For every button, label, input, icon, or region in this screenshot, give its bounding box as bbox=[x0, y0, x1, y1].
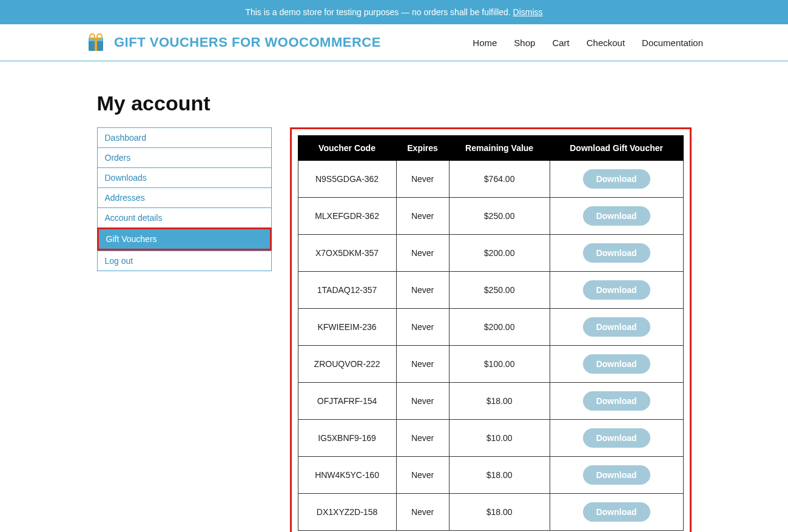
expires-cell: Never bbox=[396, 383, 449, 420]
download-button[interactable]: Download bbox=[583, 354, 650, 374]
expires-cell: Never bbox=[396, 346, 449, 383]
col-voucher-code: Voucher Code bbox=[298, 136, 396, 161]
download-button[interactable]: Download bbox=[583, 280, 650, 300]
download-button[interactable]: Download bbox=[583, 391, 650, 411]
remaining-value-cell: $200.00 bbox=[449, 309, 550, 346]
table-row: X7OX5DKM-357Never$200.00Download bbox=[298, 235, 683, 272]
site-header: GIFT VOUCHERS FOR WOOCOMMERCE Home Shop … bbox=[0, 24, 788, 61]
main-nav: Home Shop Cart Checkout Documentation bbox=[473, 38, 703, 48]
remaining-value-cell: $18.00 bbox=[449, 457, 550, 494]
download-button[interactable]: Download bbox=[583, 317, 650, 337]
account-sidebar: Dashboard Orders Downloads Addresses Acc… bbox=[97, 127, 272, 271]
table-row: N9S5GDGA-362Never$764.00Download bbox=[298, 161, 683, 198]
download-cell: Download bbox=[550, 161, 683, 198]
voucher-code-cell: IG5XBNF9-169 bbox=[298, 420, 396, 457]
voucher-code-cell: OFJTAFRF-154 bbox=[298, 383, 396, 420]
remaining-value-cell: $250.00 bbox=[449, 198, 550, 235]
table-row: DX1XYZ2D-158Never$18.00Download bbox=[298, 494, 683, 531]
download-button[interactable]: Download bbox=[583, 502, 650, 522]
download-cell: Download bbox=[550, 198, 683, 235]
expires-cell: Never bbox=[396, 420, 449, 457]
expires-cell: Never bbox=[396, 161, 449, 198]
download-cell: Download bbox=[550, 420, 683, 457]
expires-cell: Never bbox=[396, 309, 449, 346]
nav-documentation[interactable]: Documentation bbox=[642, 38, 703, 48]
col-expires: Expires bbox=[396, 136, 449, 161]
voucher-code-cell: X7OX5DKM-357 bbox=[298, 235, 396, 272]
download-cell: Download bbox=[550, 346, 683, 383]
remaining-value-cell: $200.00 bbox=[449, 235, 550, 272]
voucher-code-cell: 1TADAQ12-357 bbox=[298, 272, 396, 309]
remaining-value-cell: $18.00 bbox=[449, 383, 550, 420]
voucher-table: Voucher Code Expires Remaining Value Dow… bbox=[298, 135, 684, 531]
expires-cell: Never bbox=[396, 457, 449, 494]
download-cell: Download bbox=[550, 272, 683, 309]
voucher-code-cell: ZROUQVOR-222 bbox=[298, 346, 396, 383]
voucher-table-wrap: Voucher Code Expires Remaining Value Dow… bbox=[290, 127, 692, 532]
download-button[interactable]: Download bbox=[583, 465, 650, 485]
sidebar-item-orders[interactable]: Orders bbox=[97, 147, 272, 167]
table-row: MLXEFGDR-362Never$250.00Download bbox=[298, 198, 683, 235]
brand-title: GIFT VOUCHERS FOR WOOCOMMERCE bbox=[114, 35, 381, 50]
table-row: OFJTAFRF-154Never$18.00Download bbox=[298, 383, 683, 420]
banner-text: This is a demo store for testing purpose… bbox=[245, 7, 513, 17]
main-content: Voucher Code Expires Remaining Value Dow… bbox=[290, 127, 692, 532]
voucher-code-cell: MLXEFGDR-362 bbox=[298, 198, 396, 235]
voucher-code-cell: KFWIEEIM-236 bbox=[298, 309, 396, 346]
col-download: Download Gift Voucher bbox=[550, 136, 683, 161]
download-cell: Download bbox=[550, 457, 683, 494]
brand[interactable]: GIFT VOUCHERS FOR WOOCOMMERCE bbox=[85, 32, 381, 53]
sidebar-item-addresses[interactable]: Addresses bbox=[97, 187, 272, 207]
remaining-value-cell: $764.00 bbox=[449, 161, 550, 198]
col-remaining-value: Remaining Value bbox=[449, 136, 550, 161]
svg-rect-2 bbox=[95, 38, 97, 51]
remaining-value-cell: $18.00 bbox=[449, 494, 550, 531]
voucher-code-cell: HNW4K5YC-160 bbox=[298, 457, 396, 494]
remaining-value-cell: $100.00 bbox=[449, 346, 550, 383]
download-button[interactable]: Download bbox=[583, 169, 650, 189]
dismiss-link[interactable]: Dismiss bbox=[513, 7, 543, 17]
table-row: 1TADAQ12-357Never$250.00Download bbox=[298, 272, 683, 309]
table-row: HNW4K5YC-160Never$18.00Download bbox=[298, 457, 683, 494]
expires-cell: Never bbox=[396, 198, 449, 235]
expires-cell: Never bbox=[396, 235, 449, 272]
table-row: IG5XBNF9-169Never$10.00Download bbox=[298, 420, 683, 457]
gift-box-icon bbox=[85, 32, 107, 53]
download-button[interactable]: Download bbox=[583, 243, 650, 263]
download-cell: Download bbox=[550, 494, 683, 531]
nav-checkout[interactable]: Checkout bbox=[587, 38, 625, 48]
sidebar-item-account-details[interactable]: Account details bbox=[97, 207, 272, 227]
sidebar-item-downloads[interactable]: Downloads bbox=[97, 167, 272, 187]
page-title: My account bbox=[97, 92, 692, 115]
sidebar-item-dashboard[interactable]: Dashboard bbox=[97, 127, 272, 147]
nav-shop[interactable]: Shop bbox=[514, 38, 535, 48]
download-cell: Download bbox=[550, 235, 683, 272]
download-button[interactable]: Download bbox=[583, 428, 650, 448]
voucher-code-cell: DX1XYZ2D-158 bbox=[298, 494, 396, 531]
expires-cell: Never bbox=[396, 494, 449, 531]
table-row: KFWIEEIM-236Never$200.00Download bbox=[298, 309, 683, 346]
sidebar-item-gift-vouchers[interactable]: Gift Vouchers bbox=[97, 227, 272, 251]
remaining-value-cell: $250.00 bbox=[449, 272, 550, 309]
expires-cell: Never bbox=[396, 272, 449, 309]
table-row: ZROUQVOR-222Never$100.00Download bbox=[298, 346, 683, 383]
nav-cart[interactable]: Cart bbox=[552, 38, 569, 48]
download-cell: Download bbox=[550, 383, 683, 420]
nav-home[interactable]: Home bbox=[473, 38, 497, 48]
demo-store-banner: This is a demo store for testing purpose… bbox=[0, 0, 788, 24]
download-button[interactable]: Download bbox=[583, 206, 650, 226]
download-cell: Download bbox=[550, 309, 683, 346]
sidebar-item-logout[interactable]: Log out bbox=[97, 251, 272, 271]
remaining-value-cell: $10.00 bbox=[449, 420, 550, 457]
voucher-code-cell: N9S5GDGA-362 bbox=[298, 161, 396, 198]
